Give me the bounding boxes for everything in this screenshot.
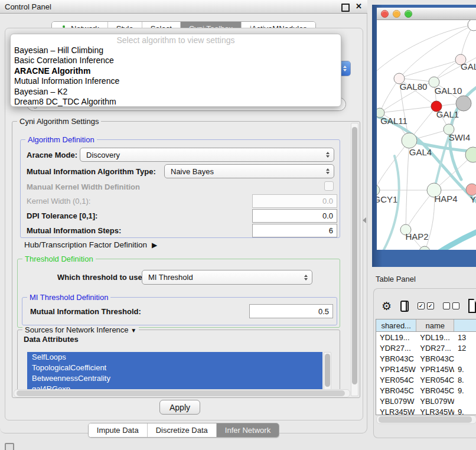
aracne-mode-combo[interactable]: Discovery <box>80 148 334 162</box>
mi-steps-field[interactable]: 6 <box>252 224 337 237</box>
network-node-label: HAP2 <box>405 231 428 242</box>
bottom-tab-infer-network[interactable]: Infer Network <box>217 423 279 437</box>
table-cell: YBR045C <box>416 386 454 395</box>
hub-tf-definition-label: Hub/Transcription Factor Definition <box>24 240 147 249</box>
table-cell: YBR043C <box>376 354 416 363</box>
algorithm-definition-group: Algorithm Definition Aracne Mode: Discov… <box>20 139 340 238</box>
table-cell: YDR27... <box>376 344 416 353</box>
algorithm-option-mutual-information-inference[interactable]: Mutual Information Inference <box>11 76 341 86</box>
algorithm-option-aracne-algorithm[interactable]: ARACNE Algorithm <box>11 66 341 76</box>
settings-horizontal-scrollbar[interactable] <box>14 389 350 397</box>
network-node-GAL4[interactable] <box>402 133 417 148</box>
close-icon[interactable]: ✕ <box>356 2 362 11</box>
network-node-label: Y <box>470 194 476 204</box>
kernel-width-field[interactable]: 0.0 <box>252 194 337 208</box>
network-node-pink-right[interactable] <box>466 184 476 195</box>
mi-threshold-definition-group: MI Threshold Definition Mutual Informati… <box>22 297 337 325</box>
table-cell: YBL079W <box>416 397 454 406</box>
window-close-button[interactable] <box>381 10 389 18</box>
page-icon[interactable] <box>468 299 476 313</box>
table-row[interactable]: YLR345WYLR345W9. <box>376 406 476 415</box>
kernel-width-value: 0.0 <box>322 197 333 206</box>
which-threshold-label: Which threshold to use: <box>57 273 145 282</box>
mi-steps-label: Mutual Information Steps: <box>27 226 121 235</box>
window-zoom-button[interactable] <box>405 10 412 18</box>
network-node-label: GAL4 <box>409 147 432 157</box>
bottom-tab-label: Impute Data <box>97 426 139 435</box>
mi-threshold-value: 0.5 <box>318 307 329 316</box>
table-cell: YLR345W <box>376 407 416 416</box>
dpi-tolerance-field[interactable]: 0.0 <box>252 209 337 223</box>
table-toolbar: ⚙ ✓ ✓ <box>382 298 476 314</box>
checked-checkbox-icon: ✓ <box>427 302 434 309</box>
panel-corner-icon[interactable] <box>5 443 14 450</box>
manual-kernel-width-checkbox[interactable] <box>324 181 334 191</box>
float-window-icon[interactable] <box>341 4 350 12</box>
network-edge <box>431 229 476 250</box>
table-cell: YBL079W <box>376 397 416 406</box>
mi-threshold-field[interactable]: 0.5 <box>249 304 333 318</box>
network-edge <box>377 141 409 190</box>
algorithm-definition-title: Algorithm Definition <box>25 135 97 144</box>
unchecked-checkbox-icon <box>443 302 450 309</box>
algorithm-option-bayesian-hill-climbing[interactable]: Bayesian – Hill Climbing <box>11 45 341 56</box>
bottom-tab-label: Discretize Data <box>156 426 208 435</box>
expanded-arrow-icon: ▼ <box>131 327 136 334</box>
network-node-label: GCY1 <box>377 194 397 204</box>
table-row[interactable]: YDL19...YDL19...13 <box>376 332 476 343</box>
threshold-definition-title: Threshold Definition <box>22 255 96 263</box>
table-row[interactable]: YPR145WYPR145W9. <box>376 364 476 374</box>
mi-algorithm-type-label: Mutual Information Algorithm Type: <box>27 167 156 176</box>
network-graph: GALGAL80GAL10GAL1GAL11SWI4GAL4GCY1HAP4YH… <box>377 20 476 250</box>
hub-tf-definition-toggle[interactable]: Hub/Transcription Factor Definition ▶ <box>24 240 157 249</box>
settings-vertical-scrollbar[interactable] <box>351 123 358 396</box>
table-panel-title: Table Panel <box>376 275 416 283</box>
network-edge <box>377 115 476 207</box>
column-view-icon[interactable] <box>400 301 409 312</box>
panel-divider-handle[interactable] <box>363 217 366 223</box>
table-row[interactable]: YER054CYER054C8. <box>376 374 476 385</box>
attribute-item-selfloops[interactable]: SelfLoops <box>27 352 322 363</box>
collapsed-arrow-icon: ▶ <box>152 241 157 249</box>
table-row[interactable]: YBR045CYBR045C9. <box>376 385 476 396</box>
algorithm-dropdown-items: Bayesian – Hill ClimbingBasic Correlatio… <box>11 45 341 107</box>
network-node-label: GAL80 <box>400 81 428 92</box>
table-cell: 9. <box>454 365 476 374</box>
table-header-third[interactable] <box>454 319 476 331</box>
algorithm-option-bayesian-k2[interactable]: Bayesian – K2 <box>11 87 341 97</box>
network-node-partial-bottom[interactable] <box>419 246 430 250</box>
mi-threshold-label: Mutual Information Threshold: <box>30 307 141 316</box>
bottom-tab-discretize-data[interactable]: Discretize Data <box>148 423 217 437</box>
network-edge <box>399 60 461 79</box>
table-row[interactable]: YDR27...YDR27...12 <box>376 343 476 353</box>
node-attribute-table: shared... name YDL19...YDL19...13YDR27..… <box>376 319 476 415</box>
sources-title-row[interactable]: Sources for Network Inference ▼ <box>22 325 139 334</box>
control-panel-titlebar: Control Panel ✕ <box>0 0 367 14</box>
algorithm-option-dream8-dc-tdc-algorithm[interactable]: Dream8 DC_TDC Algorithm <box>11 97 341 107</box>
table-cell: YDL19... <box>376 333 416 342</box>
table-cell: YLR345W <box>416 407 454 416</box>
deselect-all-checkboxes-icon[interactable] <box>443 302 459 309</box>
attribute-item-topologicalcoefficient[interactable]: TopologicalCoefficient <box>27 363 322 373</box>
select-all-checkboxes-icon[interactable]: ✓ ✓ <box>418 302 434 309</box>
algorithm-dropdown-prompt: Select algorithm to view settings <box>11 35 341 45</box>
attribute-item-betweennesscentrality[interactable]: BetweennessCentrality <box>27 373 322 384</box>
which-threshold-combo[interactable]: MI Threshold <box>142 270 312 285</box>
algorithm-option-basic-correlation-inference[interactable]: Basic Correlation Inference <box>11 56 341 66</box>
network-edge <box>377 25 474 73</box>
table-cell: 13 <box>454 333 476 342</box>
table-row[interactable]: YBL079WYBL079W <box>376 396 476 406</box>
network-canvas[interactable]: GALGAL80GAL10GAL1GAL11SWI4GAL4GCY1HAP4YH… <box>377 20 476 250</box>
table-header-name[interactable]: name <box>416 319 454 331</box>
network-node-partial-top[interactable] <box>468 20 476 31</box>
table-header-shared-name[interactable]: shared... <box>376 319 416 331</box>
table-horizontal-scrollbar[interactable] <box>376 415 476 424</box>
bottom-tab-impute-data[interactable]: Impute Data <box>89 423 148 437</box>
table-cell: YBR043C <box>416 354 454 363</box>
mi-algorithm-type-combo[interactable]: Naive Bayes <box>164 164 334 178</box>
gear-icon[interactable]: ⚙ <box>382 301 392 312</box>
table-row[interactable]: YBR043CYBR043C <box>376 353 476 364</box>
window-minimize-button[interactable] <box>393 10 400 18</box>
data-attributes-list: SelfLoopsTopologicalCoefficientBetweenne… <box>27 352 322 394</box>
apply-button[interactable]: Apply <box>159 400 200 415</box>
